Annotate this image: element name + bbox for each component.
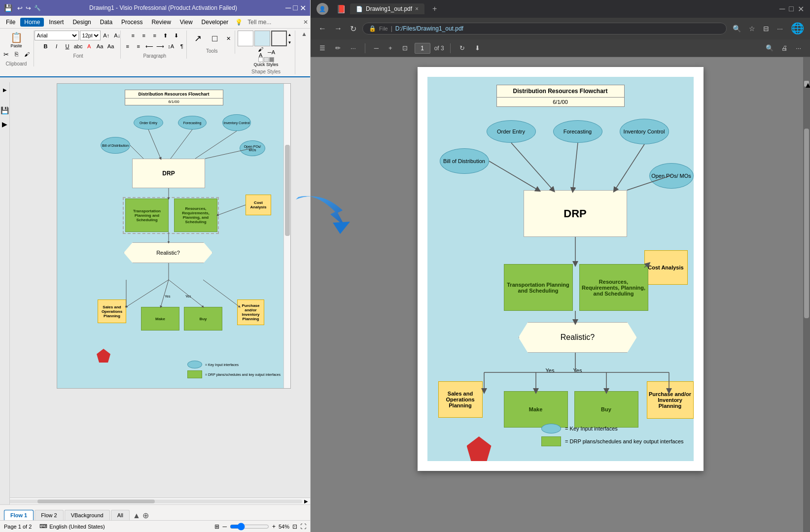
vertical-scrollbar[interactable] (283, 84, 290, 388)
text-tool-button[interactable]: □ (207, 31, 223, 46)
style-scroll[interactable]: ▲ ▼ (288, 31, 295, 46)
back-button[interactable]: ← (317, 22, 328, 35)
undo-icon[interactable]: ↩ (17, 4, 23, 12)
tab-all[interactable]: All (111, 510, 130, 520)
paste-button[interactable]: 📋 Paste (8, 31, 25, 49)
zoom-in-icon[interactable]: + (272, 523, 276, 530)
font-size-select[interactable]: 12pt. (80, 31, 101, 40)
underline-button[interactable]: U (63, 41, 72, 51)
tab-flow1[interactable]: Flow 1 (4, 510, 34, 520)
pdf-more-button[interactable]: ··· (793, 43, 804, 53)
grow-font-button[interactable]: A↑ (102, 31, 111, 40)
align-top-button[interactable]: ⬆ (161, 31, 171, 40)
sidebar-toggle-button[interactable]: ☰ (317, 43, 328, 53)
pdf-maximize-button[interactable]: □ (789, 4, 794, 14)
connect-tool-button[interactable]: ✕ (224, 33, 234, 43)
menu-review[interactable]: Review (147, 18, 175, 27)
tab-flow2[interactable]: Flow 2 (35, 510, 63, 520)
menu-design[interactable]: Design (69, 18, 95, 27)
style-swatch-1[interactable] (238, 31, 253, 46)
edge-icon[interactable]: 🌐 (791, 22, 804, 35)
align-center-button[interactable]: ≡ (139, 31, 149, 40)
fit-page-button[interactable]: ⊡ (399, 43, 411, 53)
sidebar-arrow-icon[interactable]: ▶ (2, 120, 7, 128)
minimize-button[interactable]: ─ (285, 3, 291, 13)
print-button[interactable]: 🖨 (778, 43, 791, 53)
style-swatch-2[interactable] (254, 31, 270, 46)
paragraph-spacing-button[interactable]: ¶ (177, 41, 187, 51)
add-tab-icon[interactable]: ▲ (133, 511, 141, 520)
canvas[interactable]: Distribution Resources Flowchart 6/1/00 … (10, 77, 310, 498)
quick-styles-button[interactable]: Quick Styles (254, 57, 279, 67)
draw-tool-button[interactable]: ✏ (332, 43, 344, 53)
zoom-slider[interactable] (230, 523, 269, 531)
font-color-button[interactable]: A (84, 41, 94, 51)
scroll-right-icon[interactable]: ▶ (304, 499, 308, 504)
pdf-close-button[interactable]: ✕ (798, 4, 804, 14)
profile-icon[interactable]: 👤 (317, 3, 328, 15)
menu-file[interactable]: File (2, 18, 19, 27)
tab-vbackground[interactable]: VBackground (65, 510, 110, 520)
copy-button[interactable]: ⎘ (11, 49, 21, 59)
download-button[interactable]: ⬇ (472, 43, 483, 53)
more-tools-button[interactable]: ··· (348, 43, 359, 53)
style-swatch-3[interactable] (271, 31, 287, 46)
ribbon-close-icon[interactable]: ✕ (303, 19, 308, 26)
pdf-tab-close-button[interactable]: × (415, 5, 419, 12)
text-direction-button[interactable]: ↕A (166, 41, 176, 51)
h-scrollbar-thumb[interactable] (37, 499, 155, 503)
menu-developer[interactable]: Developer (198, 18, 233, 27)
redo-icon[interactable]: ↪ (26, 4, 31, 12)
format-painter-button[interactable]: 🖌 (22, 49, 32, 59)
menu-data[interactable]: Data (96, 18, 116, 27)
zoom-nav-icon[interactable]: 🔍 (731, 23, 743, 34)
menu-home[interactable]: Home (20, 18, 44, 27)
pdf-scrollbar-thumb[interactable] (804, 129, 809, 319)
italic-button[interactable]: I (52, 41, 62, 51)
favorites-icon[interactable]: ☆ (747, 23, 757, 34)
refresh-button[interactable]: ↻ (348, 22, 358, 35)
split-view-icon[interactable]: ⊟ (761, 23, 771, 34)
menu-insert[interactable]: Insert (45, 18, 68, 27)
align-middle-button[interactable]: ⬇ (172, 31, 181, 40)
visio-save-icon[interactable]: 💾 (4, 4, 12, 12)
shrink-font-button[interactable]: A↓ (112, 31, 122, 40)
line-color-button[interactable]: ─A (267, 47, 277, 57)
zoom-in-button[interactable]: + (386, 43, 395, 53)
font-size-increase[interactable]: Aa (106, 41, 116, 51)
fullscreen-icon[interactable]: ⛶ (300, 523, 306, 530)
bullets-button[interactable]: ≡ (123, 41, 133, 51)
bold-button[interactable]: B (41, 41, 51, 51)
address-bar[interactable]: 🔒 File | D:/Files/Drawing1_out.pdf (362, 23, 727, 34)
fill-color-button[interactable]: 🖌A (256, 47, 266, 57)
strikethrough-button[interactable]: abc (73, 41, 83, 51)
search-pdf-button[interactable]: 🔍 (763, 43, 776, 53)
more-nav-button[interactable]: ··· (775, 23, 785, 34)
fit-icon[interactable]: ⊡ (292, 523, 297, 530)
horizontal-scrollbar[interactable]: ◀ ▶ (0, 498, 310, 504)
pdf-scroll-up-button[interactable]: ▲ (804, 81, 809, 87)
zoom-out-icon[interactable]: ─ (222, 523, 227, 530)
tab-options-icon[interactable]: ⊕ (142, 511, 149, 520)
indent-decrease-button[interactable]: ⟵ (144, 41, 154, 51)
tell-me-input[interactable]: Tell me... (244, 18, 275, 27)
pdf-minimize-button[interactable]: ─ (779, 4, 785, 14)
indent-increase-button[interactable]: ⟶ (155, 41, 165, 51)
new-tab-button[interactable]: + (432, 4, 437, 13)
cut-button[interactable]: ✂ (1, 49, 11, 59)
rotate-button[interactable]: ↻ (457, 43, 468, 53)
sidebar-expand-button[interactable]: ▶ (3, 87, 7, 93)
align-right-button[interactable]: ≡ (150, 31, 160, 40)
numbering-button[interactable]: ≡ (134, 41, 143, 51)
font-size-decrease[interactable]: Aa (95, 41, 105, 51)
ribbon-expand-button[interactable]: ▲ (301, 31, 307, 37)
pointer-tool-button[interactable]: ↗ (190, 31, 206, 46)
font-family-select[interactable]: Arial (35, 31, 79, 40)
menu-view[interactable]: View (176, 18, 197, 27)
sidebar-save-icon[interactable]: 💾 (0, 106, 9, 114)
page-number-input[interactable]: 1 (415, 43, 430, 54)
forward-button[interactable]: → (332, 22, 344, 35)
menu-process[interactable]: Process (117, 18, 146, 27)
fit-page-icon[interactable]: ⊞ (214, 523, 219, 530)
scrollbar-thumb[interactable] (285, 145, 290, 236)
